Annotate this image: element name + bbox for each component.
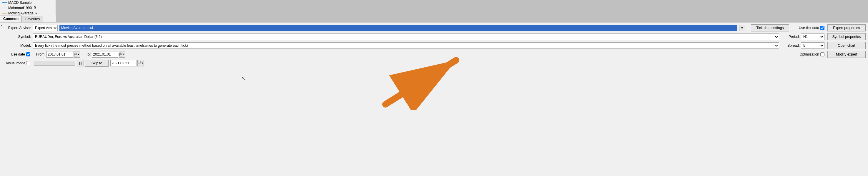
use-tick-data-checkbox[interactable] xyxy=(820,26,825,30)
from-date-picker-button[interactable]: ▼ xyxy=(73,51,80,58)
list-item-label: Mahmoud1990_B xyxy=(8,6,36,10)
use-date-checkbox[interactable] xyxy=(26,52,30,57)
expert-advisor-dropdown[interactable]: Expert Advisor xyxy=(33,25,58,31)
scroll-down-icon: ▼ xyxy=(35,12,38,15)
list-item-label: Moving Average xyxy=(8,11,34,15)
model-dropdown[interactable]: Every tick (the most precise method base… xyxy=(33,42,779,49)
dialog-header: × xyxy=(0,23,3,176)
symbol-label: Symbol: xyxy=(6,35,31,39)
expert-advisor-row: Expert Advisor Expert Advisor ▼ Tick dat… xyxy=(6,24,866,31)
modify-expert-button[interactable]: Modify expert xyxy=(827,51,866,58)
svg-rect-11 xyxy=(79,62,80,65)
expert-properties-button[interactable]: Expert properties xyxy=(827,24,866,31)
list-item-label: MACD Sample xyxy=(8,1,31,5)
calendar-icon xyxy=(138,61,141,65)
ma-icon xyxy=(2,11,7,15)
period-label: Period: xyxy=(785,35,800,39)
pause-icon xyxy=(79,61,82,65)
close-button[interactable]: × xyxy=(0,23,3,28)
from-date-input[interactable] xyxy=(46,51,73,58)
date-btn-arrow: ▼ xyxy=(77,53,80,56)
model-row: Model: Every tick (the most precise meth… xyxy=(6,42,866,49)
progress-bar xyxy=(34,61,75,66)
use-date-label: Use date xyxy=(6,52,25,57)
date-btn-arrow: ▼ xyxy=(122,53,125,56)
model-label: Model: xyxy=(6,43,31,47)
tab-favorites[interactable]: Favorites xyxy=(22,16,43,22)
symbol-dropdown[interactable]: EURAUDm, Euro vs Australian Dollar (3.2) xyxy=(33,34,779,40)
svg-rect-12 xyxy=(81,62,82,65)
skip-to-button[interactable]: Skip to xyxy=(85,60,108,67)
spread-label: Spread: xyxy=(785,43,800,47)
expert-advisor-label: Expert Advisor xyxy=(6,26,31,30)
use-tick-data-area: Use tick data xyxy=(795,26,825,30)
ea-dropdown-arrow[interactable]: ▼ xyxy=(739,25,745,31)
visual-mode-label: Visual mode xyxy=(6,61,25,65)
calendar-icon xyxy=(74,52,77,57)
tab-common[interactable]: Common xyxy=(0,15,22,22)
tabs-row: Common Favorites xyxy=(0,15,56,22)
tick-data-settings-button[interactable]: Tick data settings xyxy=(751,24,789,31)
pause-button[interactable] xyxy=(77,60,84,66)
open-chart-button[interactable]: Open chart xyxy=(827,42,866,49)
to-date-picker-button[interactable]: ▼ xyxy=(119,51,125,58)
skip-to-input[interactable] xyxy=(110,60,137,66)
skip-to-date-picker-button[interactable]: ▼ xyxy=(137,60,144,66)
calendar-icon xyxy=(119,52,122,57)
to-date-input[interactable] xyxy=(92,51,118,58)
optimization-checkbox[interactable] xyxy=(820,52,825,57)
spread-dropdown[interactable]: 5 xyxy=(801,42,825,49)
visual-mode-row: Visual mode Skip to ▼ xyxy=(6,60,866,67)
optimization-label: Optimization xyxy=(800,52,819,57)
form-area: Expert Advisor Expert Advisor ▼ Tick dat… xyxy=(3,23,868,70)
symbol-row: Symbol: EURAUDm, Euro vs Australian Doll… xyxy=(6,33,866,40)
use-tick-data-label: Use tick data xyxy=(799,26,819,30)
list-item[interactable]: MACD Sample xyxy=(0,0,56,5)
visual-mode-checkbox[interactable] xyxy=(26,61,30,65)
macd-icon xyxy=(2,1,7,4)
to-label: To: xyxy=(86,52,91,57)
mahmoud-icon xyxy=(2,6,7,10)
symbol-properties-button[interactable]: Symbol properties xyxy=(827,33,866,40)
date-btn-arrow: ▼ xyxy=(141,62,144,65)
main-dialog: × Expert Advisor Expert Advisor ▼ Tick d… xyxy=(0,22,868,176)
date-row: Use date From: ▼ To: ▼ Optimization Modi… xyxy=(6,51,866,58)
ea-name-input[interactable] xyxy=(59,25,737,31)
list-item[interactable]: Mahmoud1990_B xyxy=(0,5,56,10)
from-label: From: xyxy=(36,52,45,57)
period-dropdown[interactable]: H1 xyxy=(801,34,825,40)
